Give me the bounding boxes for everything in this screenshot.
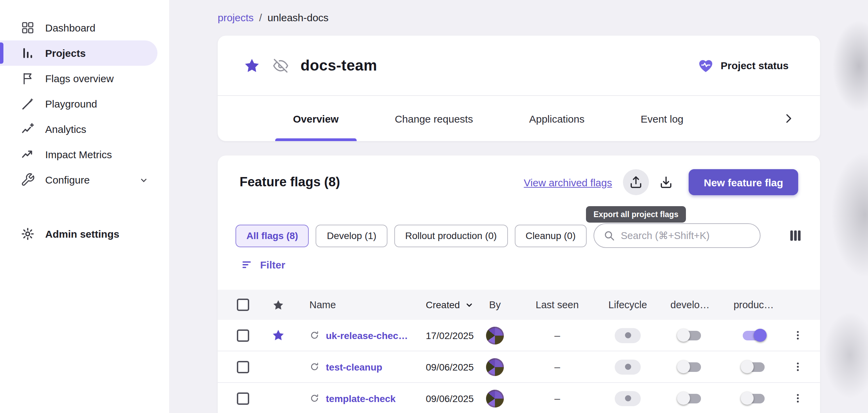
project-status-button[interactable]: Project status bbox=[698, 57, 789, 74]
breadcrumb-separator: / bbox=[259, 11, 262, 23]
chip-all-flags[interactable]: All flags (8) bbox=[235, 224, 309, 247]
lifecycle-dot-icon bbox=[625, 364, 631, 370]
header-last-seen[interactable]: Last seen bbox=[518, 299, 597, 310]
filter-button[interactable]: Filter bbox=[241, 258, 285, 271]
user-avatar[interactable] bbox=[486, 326, 504, 344]
flag-name-link[interactable]: test-cleanup bbox=[326, 361, 382, 372]
sidebar-item-label: Dashboard bbox=[45, 22, 95, 34]
tabs-scroll-right-icon[interactable] bbox=[782, 112, 795, 125]
header-env-development[interactable]: develo… bbox=[659, 299, 722, 310]
select-all-checkbox[interactable] bbox=[237, 299, 249, 311]
env-dev-toggle[interactable] bbox=[679, 393, 701, 403]
sidebar-item-dashboard[interactable]: Dashboard bbox=[0, 15, 157, 40]
chip-rollout-production[interactable]: Rollout production (0) bbox=[394, 224, 508, 247]
lifecycle-badge[interactable] bbox=[615, 359, 641, 374]
view-archived-flags-link[interactable]: View archived flags bbox=[524, 176, 612, 188]
chip-develop[interactable]: Develop (1) bbox=[316, 224, 387, 247]
project-header-card: docs-team Project status Overview Change… bbox=[218, 36, 820, 141]
user-avatar[interactable] bbox=[486, 358, 504, 376]
columns-settings-icon[interactable] bbox=[789, 229, 802, 242]
sidebar-item-label: Projects bbox=[45, 47, 86, 59]
sidebar-item-label: Analytics bbox=[45, 123, 86, 135]
flags-table: Name Created By Last seen Lifecycle deve… bbox=[218, 290, 820, 413]
lifecycle-badge[interactable] bbox=[615, 328, 641, 343]
analytics-icon bbox=[21, 122, 35, 136]
lifecycle-badge[interactable] bbox=[615, 391, 641, 406]
feature-flags-card: Feature flags (8) View archived flags Ne… bbox=[218, 155, 820, 413]
favorite-star-icon[interactable] bbox=[271, 329, 284, 342]
favorite-project-star-icon[interactable] bbox=[244, 57, 260, 74]
project-tabs: Overview Change requests Applications Ev… bbox=[218, 95, 820, 141]
flag-type-icon bbox=[309, 362, 320, 372]
chevron-down-icon bbox=[138, 174, 149, 185]
main-content: projects / unleash-docs docs-team Projec… bbox=[169, 0, 868, 413]
feature-flags-header: Feature flags (8) View archived flags Ne… bbox=[218, 155, 820, 195]
sidebar-item-analytics[interactable]: Analytics bbox=[0, 116, 157, 142]
breadcrumb: projects / unleash-docs bbox=[218, 10, 820, 24]
sidebar-item-label: Configure bbox=[45, 174, 90, 186]
flag-table-row[interactable]: test-cleanup 09/06/2025 – bbox=[218, 351, 820, 383]
env-prod-toggle[interactable] bbox=[743, 330, 765, 340]
env-dev-toggle[interactable] bbox=[679, 362, 701, 372]
search-input[interactable] bbox=[621, 230, 751, 241]
row-actions-kebab-icon[interactable] bbox=[792, 361, 803, 373]
tab-change-requests[interactable]: Change requests bbox=[377, 96, 491, 141]
sidebar-item-projects[interactable]: Projects bbox=[0, 40, 157, 66]
project-health-heart-icon bbox=[698, 57, 714, 74]
sidebar-item-flags-overview[interactable]: Flags overview bbox=[0, 66, 157, 91]
sidebar-item-label: Impact Metrics bbox=[45, 149, 112, 160]
import-flags-button[interactable] bbox=[653, 169, 679, 195]
tab-overview[interactable]: Overview bbox=[275, 96, 356, 141]
sidebar-item-label: Flags overview bbox=[45, 73, 114, 84]
favorites-column-star-icon[interactable] bbox=[272, 299, 284, 311]
sidebar-item-admin-settings[interactable]: Admin settings bbox=[0, 221, 157, 247]
breadcrumb-projects-link[interactable]: projects bbox=[218, 11, 254, 23]
filter-label: Filter bbox=[260, 259, 285, 271]
projects-icon bbox=[21, 46, 35, 60]
flag-table-row[interactable]: uk-release-check… 17/02/2025 – bbox=[218, 320, 820, 351]
flag-created-date: 09/06/2025 bbox=[412, 393, 472, 404]
dashboard-icon bbox=[21, 21, 35, 35]
header-by[interactable]: By bbox=[472, 299, 518, 310]
row-actions-kebab-icon[interactable] bbox=[792, 329, 803, 341]
sidebar-item-label: Playground bbox=[45, 98, 97, 110]
project-title: docs-team bbox=[301, 57, 377, 74]
import-icon bbox=[659, 175, 674, 190]
header-env-production[interactable]: produc… bbox=[722, 299, 786, 310]
chip-cleanup[interactable]: Cleanup (0) bbox=[514, 224, 586, 247]
feature-flags-title: Feature flags (8) bbox=[240, 175, 340, 190]
header-created-label: Created bbox=[426, 299, 460, 310]
flag-filter-chips-row: All flags (8) Develop (1) Rollout produc… bbox=[218, 223, 820, 248]
env-prod-toggle[interactable] bbox=[743, 362, 765, 372]
flag-last-seen: – bbox=[518, 392, 597, 404]
flag-created-date: 17/02/2025 bbox=[412, 330, 472, 341]
flag-table-row[interactable]: template-check 09/06/2025 – bbox=[218, 383, 820, 413]
filter-icon bbox=[241, 258, 254, 271]
flag-name-link[interactable]: uk-release-check… bbox=[326, 330, 412, 341]
flag-name-link[interactable]: template-check bbox=[326, 393, 396, 404]
wand-icon bbox=[21, 97, 35, 111]
sidebar-item-impact-metrics[interactable]: Impact Metrics bbox=[0, 142, 157, 167]
env-dev-toggle[interactable] bbox=[679, 330, 701, 340]
search-icon bbox=[603, 229, 615, 242]
tab-applications[interactable]: Applications bbox=[511, 96, 602, 141]
sidebar-item-playground[interactable]: Playground bbox=[0, 91, 157, 116]
new-feature-flag-button[interactable]: New feature flag bbox=[689, 169, 798, 195]
row-checkbox[interactable] bbox=[237, 361, 249, 373]
tab-label: Change requests bbox=[395, 113, 473, 124]
header-name[interactable]: Name bbox=[296, 299, 412, 310]
header-created[interactable]: Created bbox=[412, 299, 472, 310]
env-prod-toggle[interactable] bbox=[743, 393, 765, 403]
export-flags-button[interactable] bbox=[623, 169, 649, 195]
sidebar-item-configure[interactable]: Configure bbox=[0, 167, 157, 192]
header-lifecycle[interactable]: Lifecycle bbox=[597, 299, 659, 310]
gear-icon bbox=[21, 227, 35, 241]
tab-event-log[interactable]: Event log bbox=[623, 96, 701, 141]
row-checkbox[interactable] bbox=[237, 392, 249, 404]
export-icon bbox=[628, 175, 643, 190]
eye-off-icon[interactable] bbox=[273, 58, 288, 73]
row-checkbox[interactable] bbox=[237, 329, 249, 341]
user-avatar[interactable] bbox=[486, 389, 504, 407]
row-actions-kebab-icon[interactable] bbox=[792, 392, 803, 404]
flag-type-icon bbox=[309, 330, 320, 340]
